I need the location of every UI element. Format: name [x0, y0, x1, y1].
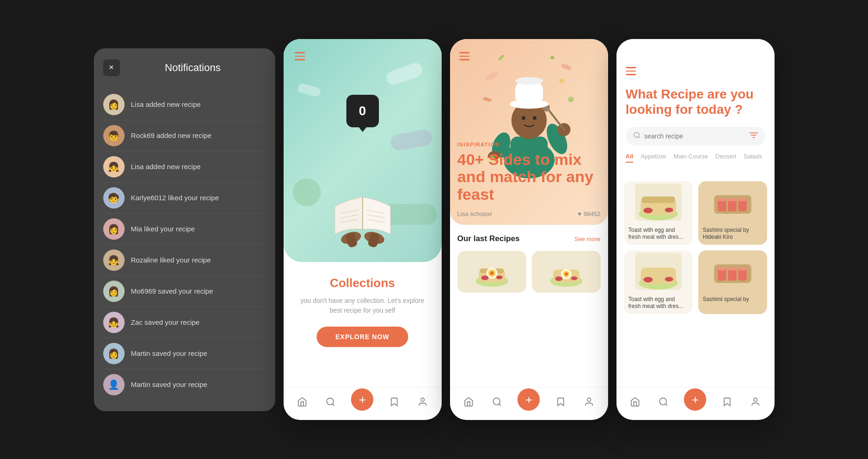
recipe-card[interactable] — [457, 251, 526, 293]
notif-text: Rock69 added new recipe — [131, 131, 212, 140]
search-input[interactable] — [644, 132, 746, 140]
last-recipes-section: Our last Recipes See more — [450, 225, 608, 330]
tab-appetizer[interactable]: Appetizer — [641, 153, 666, 163]
recipe-image-2 — [698, 181, 767, 223]
svg-rect-78 — [728, 198, 736, 201]
recipe-image — [457, 251, 526, 293]
hamburger-line — [295, 56, 305, 57]
notif-item[interactable]: 👧 Lisa added new recipe — [103, 151, 266, 183]
inspiration-likes: ♥ 98452 — [578, 210, 601, 217]
tab-main-course[interactable]: Main Course — [674, 153, 708, 163]
bookmark-nav-icon-2[interactable] — [553, 394, 568, 409]
avatar: 👧 — [103, 156, 125, 177]
notif-item[interactable]: 👧 Rozaline liked your recipe — [103, 245, 266, 276]
notif-item[interactable]: 🧒 Karlye6012 liked your recipe — [103, 183, 266, 214]
avatar: 👩 — [103, 94, 125, 115]
profile-nav-icon[interactable] — [415, 394, 430, 409]
screens-container: × Notifications 👩 Lisa added new recipe … — [94, 39, 775, 420]
recipe-card[interactable] — [532, 251, 601, 293]
notif-item[interactable]: 👩 Lisa added new recipe — [103, 89, 266, 120]
bottom-nav-2: + — [450, 387, 608, 420]
screen-collections: 0 — [284, 39, 442, 420]
notif-item[interactable]: 👦 Rock69 added new recipe — [103, 120, 266, 151]
add-nav-button-2[interactable]: + — [517, 388, 540, 411]
home-nav-icon[interactable] — [295, 394, 310, 409]
svg-point-99 — [659, 398, 666, 405]
hamburger-line — [626, 67, 636, 68]
filter-icon[interactable] — [749, 132, 758, 140]
notif-item[interactable]: 👩 Martin saved your recipe — [103, 338, 266, 369]
svg-line-100 — [665, 404, 667, 406]
hamburger-line — [459, 59, 470, 60]
svg-rect-76 — [718, 198, 726, 201]
profile-nav-icon-3[interactable] — [748, 394, 763, 409]
svg-point-72 — [665, 208, 673, 212]
book-illustration — [325, 183, 400, 248]
bookmark-nav-icon-3[interactable] — [720, 394, 735, 409]
svg-rect-80 — [738, 198, 747, 201]
notif-item[interactable]: 👤 Martin saved your recipe — [103, 369, 266, 400]
category-tabs: All Appetizer Main Course Dessert Salads — [626, 153, 765, 164]
notif-item[interactable]: 👧 Zac saved your recipe — [103, 307, 266, 338]
recipe-name-2: Sashimi special by Hideaki Kiro — [698, 223, 767, 245]
svg-point-59 — [634, 132, 639, 138]
see-more-link[interactable]: See more — [574, 236, 600, 243]
svg-point-56 — [493, 398, 500, 405]
notif-item[interactable]: 👩 Mo6969 saved your recipe — [103, 276, 266, 307]
add-nav-button[interactable]: + — [351, 388, 373, 411]
home-nav-icon-2[interactable] — [461, 394, 476, 409]
svg-point-16 — [550, 56, 554, 59]
recipe-name-3: Toast with egg and fresh meat with dres.… — [624, 292, 693, 314]
svg-point-101 — [754, 398, 757, 401]
explore-button[interactable]: EXPLORE NOW — [317, 327, 408, 347]
inspiration-hero: INISPIRATION 40+ Sides to mix and match … — [450, 39, 608, 225]
search-nav-icon-2[interactable] — [490, 394, 504, 409]
inspiration-title: 40+ Sides to mix and match for any feast — [457, 151, 601, 203]
recipes-title: Our last Recipes — [457, 234, 520, 243]
svg-point-19 — [482, 97, 492, 103]
recipe-image — [532, 251, 601, 293]
tab-all[interactable]: All — [626, 153, 634, 163]
heart-icon: ♥ — [578, 210, 582, 217]
inspiration-content: INISPIRATION 40+ Sides to mix and match … — [450, 142, 608, 225]
avatar: 👩 — [103, 218, 125, 240]
collections-content: Collections you don't have any collectio… — [284, 262, 442, 356]
recipe-name-4: Sashimi special by — [698, 292, 767, 307]
hamburger-line — [459, 52, 470, 53]
svg-point-46 — [490, 271, 494, 275]
svg-point-37 — [533, 116, 537, 120]
hamburger-line — [626, 71, 636, 72]
svg-point-55 — [571, 276, 577, 280]
hamburger-menu-2[interactable] — [459, 52, 470, 60]
add-nav-button-3[interactable]: + — [684, 388, 706, 411]
search-nav-icon[interactable] — [323, 394, 338, 409]
svg-point-14 — [484, 70, 499, 82]
close-button[interactable]: × — [103, 59, 120, 76]
svg-point-40 — [515, 77, 543, 85]
svg-line-60 — [638, 137, 640, 138]
search-bar[interactable] — [626, 127, 765, 145]
hamburger-menu-3[interactable] — [626, 67, 765, 75]
profile-nav-icon-2[interactable] — [582, 394, 596, 409]
inspiration-author: Lisa scholzel — [457, 210, 492, 217]
notifications-header: × Notifications — [103, 59, 266, 76]
bookmark-nav-icon[interactable] — [387, 394, 402, 409]
notif-text: Lisa added new recipe — [131, 100, 201, 109]
notification-counter: 0 — [346, 95, 379, 127]
home-nav-icon-3[interactable] — [628, 394, 643, 409]
avatar: 👧 — [103, 249, 125, 271]
hamburger-menu[interactable] — [295, 52, 305, 60]
notif-text: Mia liked your recipe — [131, 224, 195, 234]
recipe-card-3[interactable]: Toast with egg and fresh meat with dres.… — [624, 250, 693, 314]
tab-salads[interactable]: Salads — [744, 153, 762, 163]
recipe-card-1[interactable]: Toast with egg and fresh meat with dres.… — [624, 181, 693, 245]
notif-item[interactable]: 👩 Mia liked your recipe — [103, 214, 266, 245]
recipe-card-4[interactable]: Sashimi special by — [698, 250, 767, 314]
search-nav-icon-3[interactable] — [656, 394, 671, 409]
svg-point-89 — [643, 277, 653, 282]
screen-search: What Recipe are you looking for today ? — [616, 39, 775, 420]
svg-point-58 — [587, 398, 590, 401]
tab-dessert[interactable]: Dessert — [716, 153, 736, 163]
svg-point-13 — [421, 398, 424, 401]
recipe-card-2[interactable]: Sashimi special by Hideaki Kiro — [698, 181, 767, 245]
